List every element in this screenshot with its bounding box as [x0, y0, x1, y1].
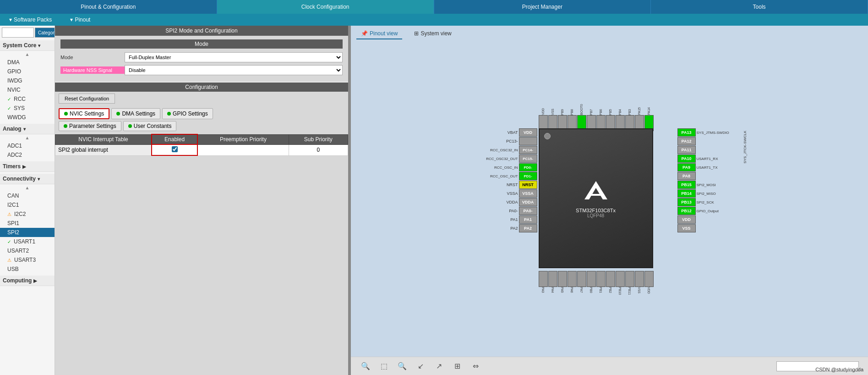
pin-label-pa13-name: SYS_JTMS-SWDIO [697, 131, 742, 135]
enabled-checkbox[interactable] [172, 146, 178, 152]
pin-box-vss-bottom [635, 271, 644, 287]
tab-parameter-settings[interactable]: Parameter Settings [59, 121, 121, 131]
col-header-name: NVIC Interrupt Table [55, 134, 152, 144]
left-pin-nrst: NRST NRST [477, 181, 537, 189]
sidebar-item-usart3[interactable]: USART3 [0, 255, 55, 265]
subnav-software-packs[interactable]: ▾ Software Packs [0, 17, 61, 23]
grid-button[interactable]: ⊞ [452, 361, 463, 372]
scroll-up-analog[interactable]: ▲ [0, 134, 55, 141]
pin-label-pb7: PB7 [590, 109, 593, 115]
categories-button[interactable]: Categories [35, 28, 55, 38]
split-button[interactable]: ⇔ [470, 361, 481, 372]
pinout-area: VDD VSS PB9 PB8 [351, 42, 868, 357]
tab-gpio-settings[interactable]: GPIO Settings [162, 108, 213, 119]
pin-box-pa0: PA0- [519, 207, 537, 215]
sidebar-item-iwdg[interactable]: IWDG [0, 76, 55, 85]
sidebar-item-adc1[interactable]: ADC1 [0, 141, 55, 150]
left-pin-rcc-oscout: RCC_OSC_OUT PD1- [477, 172, 537, 180]
pin-pa15: PA15 [635, 106, 644, 131]
scroll-up-connectivity[interactable]: ▲ [0, 184, 55, 191]
section-header-system-core[interactable]: System Core ▾ [0, 40, 55, 51]
pin-label-pb8: PB8 [570, 109, 573, 115]
pin-box-pa8: PA8 [677, 172, 696, 180]
dot-icon [167, 112, 171, 116]
search-input[interactable] [2, 28, 34, 38]
left-pin-vbat: VBAT VDD [477, 128, 537, 137]
fit-view-button[interactable]: ⬚ [378, 361, 389, 372]
tab-nvic-settings[interactable]: NVIC Settings [59, 108, 109, 119]
mode-row-mode: Mode Full-Duplex Master [60, 52, 343, 62]
pin-box-pa3 [539, 271, 548, 287]
zoom-in-button[interactable]: 🔍 [360, 361, 371, 372]
zoom-to-fit-button[interactable]: ↙ [415, 361, 426, 372]
nav-clock[interactable]: Clock Configuration [217, 0, 434, 14]
enabled-cell[interactable] [152, 144, 197, 155]
sidebar-item-can[interactable]: CAN [0, 191, 55, 200]
tab-user-constants[interactable]: User Constants [123, 121, 177, 131]
expand-button[interactable]: ↗ [433, 361, 444, 372]
bottom-pin-pb1: PB1 [596, 271, 606, 294]
pinout-icon: 📌 [361, 30, 368, 37]
chevron-icon: ▾ [70, 17, 73, 23]
pin-label-vdda: VDDA [477, 200, 518, 204]
pin-pb7: PB7 [587, 108, 596, 131]
pin-box-pc13 [519, 137, 537, 145]
section-header-connectivity[interactable]: Connectivity ▾ [0, 174, 55, 184]
bottom-pin-pa7: PA7 [577, 271, 586, 294]
pin-label-pa0: PA0- [477, 209, 518, 213]
pin-label-pb3: PB3 [628, 109, 631, 115]
section-header-computing[interactable]: Computing ▶ [0, 276, 55, 286]
sidebar-item-usart1[interactable]: USART1 [0, 237, 55, 246]
sidebar-item-i2c2[interactable]: I2C2 [0, 210, 55, 219]
nav-tools[interactable]: Tools [651, 0, 868, 14]
right-pin-pa11: PA11 [677, 146, 742, 154]
tab-pinout-view[interactable]: 📌 Pinout view [356, 28, 402, 39]
tab-system-view[interactable]: ⊞ System view [409, 28, 456, 39]
pin-box-pb1 [596, 271, 606, 287]
sidebar-item-rcc[interactable]: RCC [0, 94, 55, 104]
sidebar-item-adc2[interactable]: ADC2 [0, 150, 55, 160]
nss-select[interactable]: Disable [125, 65, 343, 75]
scroll-up-btn[interactable]: ▲ [0, 51, 55, 58]
col-header-enabled: Enabled [152, 134, 197, 144]
pin-label-pb1: PB1 [599, 287, 602, 293]
left-pin-pc13: PC13- [477, 137, 537, 145]
pin-box-pa10: PA10 [677, 154, 696, 163]
pin-pb9: PB9 [558, 108, 567, 131]
zoom-out-button[interactable]: 🔍 [397, 361, 408, 372]
mode-select[interactable]: Full-Duplex Master [125, 52, 343, 62]
section-header-analog[interactable]: Analog ▾ [0, 124, 55, 134]
pin-label-vss-bottom: VSS [638, 287, 641, 293]
tab-dma-settings[interactable]: DMA Settings [111, 108, 160, 119]
sidebar-item-spi2[interactable]: SPI2 [0, 228, 55, 237]
pin-label-pb10: PB10 [618, 287, 622, 295]
config-tabs-row1: NVIC Settings DMA Settings GPIO Settings [55, 105, 348, 120]
pin-label-vbat: VBAT [477, 130, 518, 135]
nav-pinout[interactable]: Pinout & Configuration [0, 0, 217, 14]
pin-label-boot0: BOOT0 [580, 104, 583, 115]
pin-vss-top: VSS [548, 108, 557, 131]
sidebar-item-spi1[interactable]: SPI1 [0, 219, 55, 228]
sidebar-item-usart2[interactable]: USART2 [0, 246, 55, 255]
sidebar-item-sys[interactable]: SYS [0, 104, 55, 113]
sidebar-item-wwdg[interactable]: WWDG [0, 113, 55, 122]
left-pin-pa0: PA0- PA0- [477, 207, 537, 215]
right-pin-pb15: PB15 SPI2_MOSI [677, 181, 742, 189]
pin-box-pb2 [606, 271, 615, 287]
section-system-core: System Core ▾ ▲ DMA GPIO IWDG NVIC RCC S… [0, 39, 55, 123]
subnav-pinout[interactable]: ▾ Pinout [61, 17, 99, 23]
reset-config-button[interactable]: Reset Configuration [59, 94, 115, 104]
pin-label-vss-top: VSS [551, 109, 554, 115]
sidebar-item-dma[interactable]: DMA [0, 58, 55, 67]
sidebar-item-i2c1[interactable]: I2C1 [0, 200, 55, 210]
nav-project[interactable]: Project Manager [434, 0, 651, 14]
right-pin-pa13: PA13 SYS_JTMS-SWDIO [677, 128, 742, 137]
pin-box-vss-right: VSS [677, 224, 696, 232]
sidebar-item-gpio[interactable]: GPIO [0, 67, 55, 76]
bottom-pin-pb0: PB0 [587, 271, 596, 294]
sidebar-item-nvic[interactable]: NVIC [0, 85, 55, 94]
pin-label-pa2: PA2 [477, 226, 518, 231]
pin-label-rcc-osc32out: RCC_OSC32_OUT [477, 157, 518, 161]
section-header-timers[interactable]: Timers ▶ [0, 161, 55, 172]
sidebar-item-usb[interactable]: USB [0, 265, 55, 274]
